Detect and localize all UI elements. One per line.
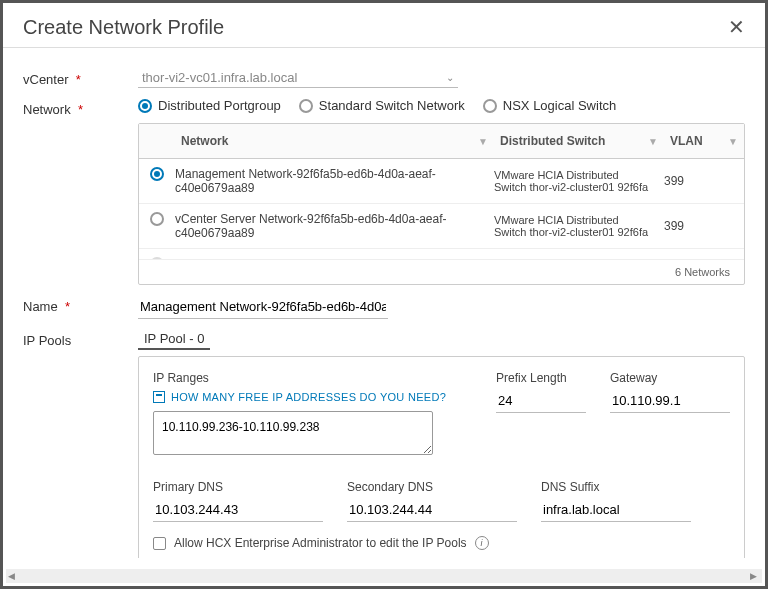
table-header: Network ▼ Distributed Switch ▼ VLAN ▼ [139,124,744,159]
chevron-down-icon: ⌄ [446,72,454,83]
radio-nsx-logical[interactable]: NSX Logical Switch [483,98,616,113]
col-vlan: VLAN [670,134,703,148]
name-input[interactable] [138,295,388,319]
prefix-length-label: Prefix Length [496,371,586,385]
primary-dns-input[interactable] [153,498,323,522]
info-icon[interactable]: i [475,536,489,550]
calculator-icon [153,391,165,403]
modal-title: Create Network Profile [23,16,224,39]
modal-header: Create Network Profile ✕ [3,3,765,48]
row-radio-icon[interactable] [150,257,164,259]
network-type-radio-group: Distributed Portgroup Standard Switch Ne… [138,98,745,113]
ip-pool-panel: IP Ranges HOW MANY FREE IP ADDRESSES DO … [138,356,745,558]
allow-hcx-label: Allow HCX Enterprise Administrator to ed… [174,536,467,550]
radio-icon [138,99,152,113]
vcenter-select[interactable]: thor-vi2-vc01.infra.lab.local ⌄ [138,68,458,88]
radio-icon [299,99,313,113]
table-body[interactable]: Management Network-92f6fa5b-ed6b-4d0a-ae… [139,159,744,259]
network-label: Network * [23,98,138,117]
modal-content: vCenter * thor-vi2-vc01.infra.lab.local … [3,48,765,558]
prefix-length-input[interactable] [496,389,586,413]
gateway-input[interactable] [610,389,730,413]
secondary-dns-input[interactable] [347,498,517,522]
secondary-dns-label: Secondary DNS [347,480,517,494]
scroll-right-icon[interactable]: ▶ [750,571,760,581]
table-row[interactable]: Virtual SAN-92f6fa5b-ed6b-4d0a-aeaf-c40e… [139,249,744,259]
radio-standard-switch[interactable]: Standard Switch Network [299,98,465,113]
dns-suffix-label: DNS Suffix [541,480,691,494]
row-radio-icon[interactable] [150,212,164,226]
allow-hcx-checkbox[interactable] [153,537,166,550]
radio-distributed-portgroup[interactable]: Distributed Portgroup [138,98,281,113]
horizontal-scrollbar[interactable]: ◀ ▶ [6,569,762,583]
scroll-left-icon[interactable]: ◀ [8,571,18,581]
row-radio-icon[interactable] [150,167,164,181]
vcenter-label: vCenter * [23,68,138,87]
vcenter-value: thor-vi2-vc01.infra.lab.local [142,70,297,85]
table-row[interactable]: vCenter Server Network-92f6fa5b-ed6b-4d0… [139,204,744,249]
network-table: Network ▼ Distributed Switch ▼ VLAN ▼ [138,123,745,285]
primary-dns-label: Primary DNS [153,480,323,494]
ip-pool-tab[interactable]: IP Pool - 0 [138,329,210,350]
gateway-label: Gateway [610,371,730,385]
radio-icon [483,99,497,113]
close-icon[interactable]: ✕ [728,15,745,39]
name-label: Name * [23,295,138,314]
filter-icon[interactable]: ▼ [478,136,488,147]
allow-hcx-row: Allow HCX Enterprise Administrator to ed… [153,536,730,550]
ip-pools-label: IP Pools [23,329,138,348]
col-switch: Distributed Switch [500,134,605,148]
filter-icon[interactable]: ▼ [648,136,658,147]
ip-help-link[interactable]: HOW MANY FREE IP ADDRESSES DO YOU NEED? [153,391,476,403]
dns-suffix-input[interactable] [541,498,691,522]
table-footer: 6 Networks [139,259,744,284]
col-network: Network [181,134,228,148]
ip-ranges-textarea[interactable] [153,411,433,455]
table-row[interactable]: Management Network-92f6fa5b-ed6b-4d0a-ae… [139,159,744,204]
filter-icon[interactable]: ▼ [728,136,738,147]
ip-ranges-label: IP Ranges [153,371,476,385]
